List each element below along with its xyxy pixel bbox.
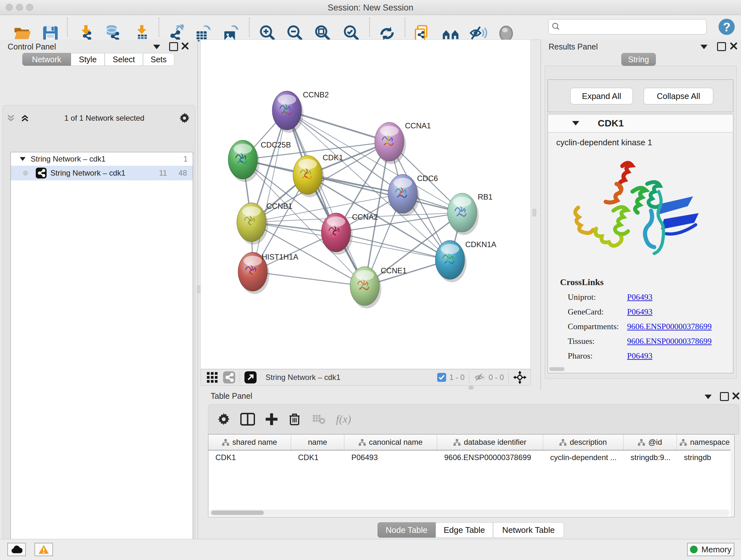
node-label-CDC6: CDC6 [417, 174, 438, 183]
tab-select[interactable]: Select [105, 53, 143, 66]
main-toolbar: ? [0, 15, 741, 40]
network-node-CDKN1A[interactable] [435, 240, 467, 282]
node-label-CCNA1: CCNA1 [405, 121, 431, 130]
selected-checkbox-icon[interactable] [437, 373, 446, 382]
float-panel-icon[interactable] [720, 392, 729, 401]
network-view-toolbar: String Network – cdk1 1 - 0 0 - 0 [200, 369, 531, 386]
column-header[interactable]: database identifier [437, 435, 543, 450]
network-node-CCNE1[interactable] [350, 266, 381, 308]
collapse-panel-icon[interactable] [700, 45, 708, 49]
hidden-counts: 0 - 0 [488, 373, 504, 382]
network-selected-status: 1 of 1 Network selected [30, 114, 179, 123]
network-collection-row[interactable]: String Network – cdk1 1 [11, 152, 193, 166]
close-panel-icon[interactable] [730, 42, 738, 50]
table-hscroll-thumb[interactable] [211, 510, 264, 515]
toolbar-separator [405, 17, 405, 37]
crosslink-value[interactable]: P06493 [627, 293, 652, 302]
gear-icon[interactable] [217, 413, 230, 426]
column-header[interactable]: @id [623, 435, 677, 450]
float-panel-icon[interactable] [169, 42, 178, 51]
toolbar-separator [158, 17, 159, 37]
table-cell[interactable]: CDK1 [208, 450, 291, 464]
network-node-CCNB1[interactable] [237, 203, 268, 245]
tab-network[interactable]: Network [22, 53, 71, 66]
table-header-row: shared namenamecanonical namedatabase id… [208, 435, 734, 450]
share-view-icon[interactable] [223, 371, 235, 383]
column-header[interactable]: shared name [208, 435, 291, 450]
crosslink-value[interactable]: 9606.ENSP00000378699 [627, 336, 712, 346]
table-cell[interactable]: stringdb:9... [623, 450, 677, 464]
expand-all-button[interactable]: Expand All [570, 88, 633, 105]
network-graph[interactable]: CCNB2CCNA1CDC25BCDK1CDC6RB1CCNB1CCNA2CDK… [201, 40, 530, 369]
tab-edge-table[interactable]: Edge Table [435, 522, 493, 538]
table-row[interactable]: CDK1CDK1P064939606.ENSP00000378699cyclin… [208, 450, 734, 464]
delete-table-icon[interactable] [313, 414, 325, 425]
table-cell[interactable]: P06493 [344, 450, 437, 464]
function-builder-icon[interactable]: f(x) [336, 413, 351, 425]
collapse-all-button[interactable]: Collapse All [644, 88, 713, 105]
network-node-CDC6[interactable] [388, 174, 419, 216]
expand-all-icon[interactable] [20, 113, 30, 123]
network-node-RB1[interactable] [448, 193, 479, 235]
gear-icon[interactable] [179, 113, 190, 124]
collapse-panel-icon[interactable] [704, 395, 712, 399]
search-bar[interactable] [548, 19, 706, 35]
crosslink-row: Uniprot:P06493 [568, 290, 733, 305]
tab-sets[interactable]: Sets [143, 53, 174, 66]
table-cell[interactable]: stringdb [677, 450, 733, 464]
network-edge[interactable] [253, 272, 365, 286]
results-hscroll-thumb[interactable] [549, 367, 564, 371]
svg-text:?: ? [723, 20, 731, 34]
memory-button[interactable]: Memory [687, 543, 734, 556]
node-label-CDK1: CDK1 [323, 153, 343, 162]
grid-icon[interactable] [206, 372, 218, 383]
table-horizontal-scrollbar[interactable] [209, 509, 730, 516]
collapse-panel-icon[interactable] [153, 45, 160, 49]
open-in-new-window-icon[interactable] [245, 371, 257, 383]
column-header[interactable]: namespace [677, 435, 733, 450]
column-header[interactable]: canonical name [344, 435, 437, 450]
table-cell[interactable]: CDK1 [291, 450, 344, 464]
network-node-CCNB2[interactable] [272, 91, 304, 133]
close-panel-icon[interactable] [181, 42, 189, 50]
notifications-button[interactable] [35, 543, 53, 556]
delete-column-icon[interactable] [288, 413, 301, 426]
tab-node-table[interactable]: Node Table [378, 522, 435, 538]
tree-expand-icon[interactable] [20, 157, 25, 161]
show-columns-icon[interactable] [240, 413, 255, 426]
network-edge[interactable] [287, 111, 365, 286]
float-panel-icon[interactable] [717, 42, 726, 51]
table-cell[interactable]: 9606.ENSP00000378699 [437, 450, 543, 464]
add-column-icon[interactable] [265, 413, 278, 426]
table-vertical-scrollbar[interactable] [731, 435, 734, 516]
entry-expand-icon[interactable] [572, 121, 579, 125]
gene-entry-header[interactable]: CDK1 [548, 114, 733, 132]
control-panel-title: Control Panel [8, 42, 56, 51]
search-input[interactable] [563, 22, 703, 32]
toolbar-separator [240, 372, 240, 383]
crosslink-value[interactable]: P06493 [627, 351, 652, 361]
network-counts-group: 1 - 0 0 - 0 [437, 371, 530, 384]
results-panel-title: Results Panel [549, 42, 598, 51]
close-panel-icon[interactable] [732, 392, 740, 400]
collapse-all-icon[interactable] [6, 113, 16, 123]
right-splitter-handle[interactable] [533, 209, 536, 216]
network-edge[interactable] [253, 111, 287, 272]
tab-style[interactable]: Style [71, 53, 105, 66]
network-node-CDK1[interactable] [293, 155, 324, 197]
column-header[interactable]: name [291, 435, 344, 450]
tab-string[interactable]: String [621, 53, 656, 66]
crosslink-value[interactable]: 9606.ENSP00000378699 [627, 322, 712, 331]
hidden-eye-icon[interactable] [474, 372, 485, 383]
table-cell[interactable]: cyclin-dependent ... [543, 450, 623, 464]
crosslink-value[interactable]: P06493 [627, 307, 652, 317]
network-canvas[interactable]: CCNB2CCNA1CDC25BCDK1CDC6RB1CCNB1CCNA2CDK… [200, 40, 531, 369]
column-header[interactable]: description [543, 435, 623, 450]
tab-network-table[interactable]: Network Table [493, 522, 564, 538]
network-row[interactable]: String Network – cdk1 11 48 [11, 166, 193, 180]
birdseye-view-icon[interactable] [513, 371, 527, 384]
help-icon[interactable]: ? [718, 18, 735, 36]
node-table[interactable]: shared namenamecanonical namedatabase id… [208, 434, 735, 517]
cloud-services-button[interactable] [7, 543, 26, 556]
network-node-CCNA2[interactable] [321, 213, 353, 255]
